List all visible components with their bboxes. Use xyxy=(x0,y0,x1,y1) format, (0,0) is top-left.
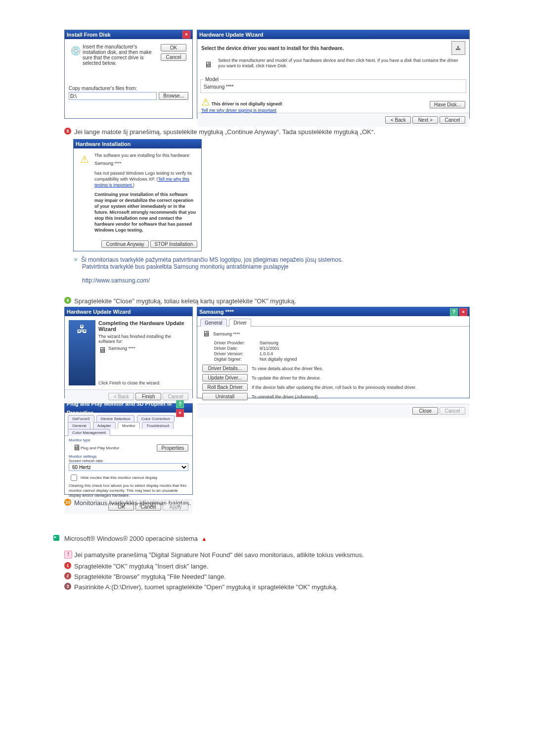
apply-button: Apply xyxy=(163,503,188,511)
close-icon[interactable]: × xyxy=(182,31,190,39)
step-9-text: Spragtelėkite "Close" mygtuką, toliau ke… xyxy=(74,297,296,306)
step-2-text: Spragtelėkite "Browse" mygtuką "File Nee… xyxy=(74,572,226,582)
note-text-1: Ši monitoriaus tvarkyklė pažymėta patvir… xyxy=(81,256,343,263)
tab-general[interactable]: General xyxy=(68,422,90,429)
tab-color-correction[interactable]: Color Correction xyxy=(137,415,175,422)
model-list: Model Samsung **** xyxy=(200,77,466,93)
tab-monitor[interactable]: Monitor xyxy=(118,422,140,429)
device-name: Samsung **** xyxy=(213,331,240,336)
monitor-settings-label: Monitor settings xyxy=(69,454,188,459)
copy-from-input[interactable] xyxy=(69,92,157,100)
diamond-icon: ✕ xyxy=(73,256,78,263)
dialog-title: Hardware Update Wizard xyxy=(67,307,131,316)
help-icon[interactable]: ? xyxy=(450,308,458,316)
dialog-heading: Select the device driver you want to ins… xyxy=(201,46,451,51)
step-1-bullet: 1 xyxy=(64,562,71,569)
driver-properties-dialog: Samsung **** ? × General Driver Samsung … xyxy=(197,307,470,398)
cancel-button[interactable]: Cancel xyxy=(440,116,465,124)
close-button[interactable]: Close xyxy=(412,407,438,415)
hardware-update-select-driver: Hardware Update Wizard Select the device… xyxy=(197,30,470,119)
dialog-text: The wizard has finished installing the s… xyxy=(98,334,188,344)
uninstall-button[interactable]: Uninstall xyxy=(202,393,248,400)
device-icon xyxy=(98,346,106,355)
dialog-text: Insert the manufacturer's installation d… xyxy=(83,44,158,66)
device-name: Samsung **** xyxy=(108,346,135,355)
driver-details-button[interactable]: Driver Details... xyxy=(202,365,248,372)
properties-button[interactable]: Properties xyxy=(157,444,188,452)
device-icon xyxy=(201,58,215,72)
cancel-button[interactable]: Cancel xyxy=(161,53,186,61)
step-3-bullet: 3 xyxy=(64,583,71,590)
back-button[interactable]: < Back xyxy=(385,116,411,124)
device-icon xyxy=(202,330,210,338)
step-8-bullet: 8 xyxy=(64,128,71,135)
tab-device-selection[interactable]: Device Selection xyxy=(96,415,135,422)
step-1-text: Spragtelėkite "OK" mygtuką "Insert disk"… xyxy=(74,562,208,571)
dialog-title: Hardware Update Wizard xyxy=(199,30,264,39)
step-3-text: Pasirinkite A:(D:\Driver), tuomet spragt… xyxy=(74,583,338,592)
dialog-title: Hardware Installation xyxy=(76,140,131,148)
samsung-url-link[interactable]: http://www.samsung.com/ xyxy=(82,277,150,284)
signing-why-link[interactable]: Tell me why driver signing is important xyxy=(201,108,276,113)
not-signed-text: This driver is not digitally signed! xyxy=(212,101,283,106)
ok-button[interactable]: OK xyxy=(161,44,186,51)
tab-general[interactable]: General xyxy=(200,319,227,327)
model-item[interactable]: Samsung **** xyxy=(204,84,463,90)
monitor-icon xyxy=(73,443,81,452)
tab-geforce3[interactable]: GeForce3 xyxy=(68,415,94,422)
dialog-text: Select the manufacturer and model of you… xyxy=(218,58,465,72)
dialog-title: Install From Disk xyxy=(67,30,111,39)
warning-icon xyxy=(201,100,210,107)
section-2-heading: Microsoft® Windows® 2000 operacinė siste… xyxy=(64,535,198,542)
update-driver-button[interactable]: Update Driver... xyxy=(202,374,248,381)
step-9-bullet: 9 xyxy=(64,297,71,304)
wizard-banner-icon: 🖧 xyxy=(69,320,95,385)
dialog-title: Samsung **** xyxy=(199,307,234,316)
hardware-update-complete-dialog: Hardware Update Wizard 🖧 Completing the … xyxy=(64,307,193,398)
step-2-bullet: 2 xyxy=(64,572,71,579)
hide-modes-checkbox[interactable] xyxy=(71,474,77,481)
hide-modes-label: Hide modes that this monitor cannot disp… xyxy=(81,475,157,480)
note-text-2: Patvirtinta tvarkyklė bus paskelbta Sams… xyxy=(82,263,470,270)
pnp-monitor-properties-dialog: Plug and Play Monitor and 3D Prophet III… xyxy=(64,403,193,495)
tab-adapter[interactable]: Adapter xyxy=(93,422,116,429)
continue-anyway-button[interactable]: Continue Anyway xyxy=(101,240,148,248)
monitor-name: Plug and Play Monitor xyxy=(81,446,157,450)
hardware-installation-dialog: Hardware Installation The software you a… xyxy=(73,139,202,251)
disk-icon xyxy=(69,44,83,58)
section-arrow-icon xyxy=(53,535,59,541)
text-line: The software you are installing for this… xyxy=(94,152,197,158)
stop-installation-button[interactable]: STOP Installation xyxy=(150,240,197,248)
refresh-rate-label: Screen refresh rate: xyxy=(69,459,188,463)
back-button: < Back xyxy=(108,393,134,400)
cancel-button: Cancel xyxy=(163,393,188,400)
step-8-text: Jei lange matote šį pranešimą, spustelėk… xyxy=(74,128,375,137)
monitor-type-label: Monitor type xyxy=(69,438,188,442)
help-icon[interactable]: ? xyxy=(176,400,184,408)
device-name: Samsung **** xyxy=(94,160,197,166)
browse-button[interactable]: Browse... xyxy=(159,92,188,100)
tab-driver[interactable]: Driver xyxy=(229,319,251,327)
have-disk-button[interactable]: Have Disk... xyxy=(430,101,465,108)
triangle-icon xyxy=(200,535,207,542)
refresh-rate-select[interactable]: 60 Hertz xyxy=(69,463,188,471)
model-label: Model xyxy=(204,77,220,82)
info-icon: ! xyxy=(64,551,72,559)
next-button[interactable]: Next > xyxy=(412,116,438,124)
tab-color-management[interactable]: Color Management xyxy=(68,429,110,436)
section-2-note: Jei pamatysite pranešimą "Digital Signat… xyxy=(74,551,364,560)
rollback-driver-button[interactable]: Roll Back Driver xyxy=(202,383,248,391)
warning-text: Continuing your installation of this sof… xyxy=(94,192,196,233)
warning-icon xyxy=(78,152,91,166)
tab-troubleshoot[interactable]: Troubleshoot xyxy=(142,422,174,429)
copy-from-label: Copy manufacturer's files from: xyxy=(69,86,188,91)
install-from-disk-dialog: Install From Disk × Insert the manufactu… xyxy=(64,30,193,119)
close-icon[interactable]: × xyxy=(459,308,467,316)
hide-modes-description: Clearing this check box allows you to se… xyxy=(69,483,188,498)
dialog-heading: Completing the Hardware Update Wizard xyxy=(98,320,184,332)
cancel-button: Cancel xyxy=(440,407,465,415)
driver-wizard-icon: 🖧 xyxy=(451,41,465,55)
finish-msg: Click Finish to close the wizard. xyxy=(98,380,188,385)
